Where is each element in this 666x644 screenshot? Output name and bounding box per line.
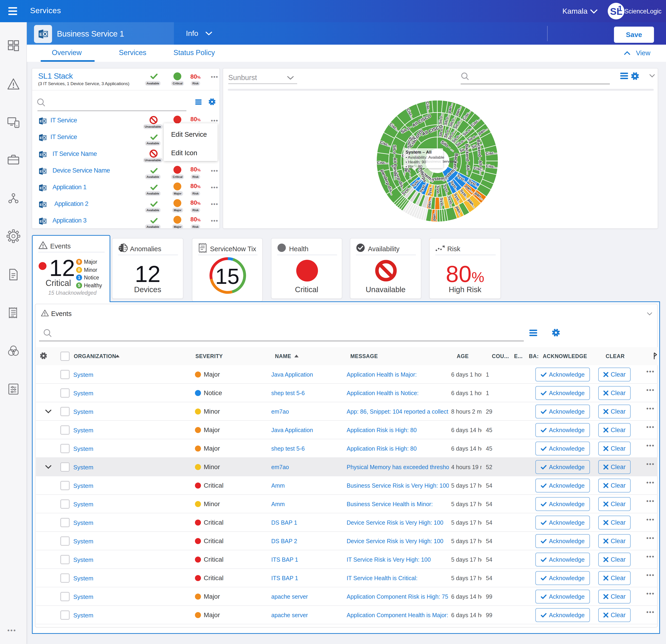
svg-text:E: E	[40, 153, 42, 157]
svg-text:E: E	[40, 136, 42, 140]
svg-text:E: E	[40, 186, 42, 190]
svg-text:Syst...: Syst...	[436, 186, 440, 196]
svg-text:E: E	[40, 219, 42, 223]
svg-text:E: E	[40, 119, 42, 123]
svg-text:E: E	[40, 203, 42, 207]
svg-text:E: E	[39, 32, 42, 37]
svg-text:pan...: pan...	[432, 210, 437, 221]
svg-text:E: E	[40, 169, 42, 173]
svg-text:Cisc...: Cisc...	[377, 160, 389, 165]
svg-text:1: 1	[618, 4, 622, 13]
